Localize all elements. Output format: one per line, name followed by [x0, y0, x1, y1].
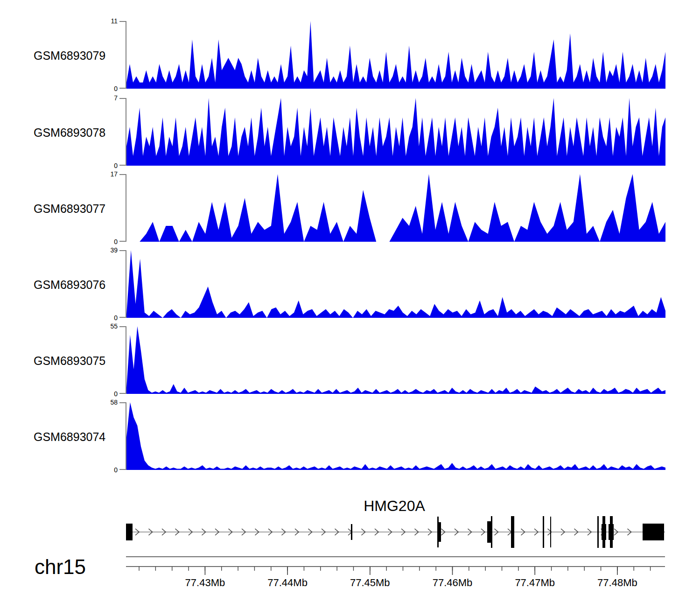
y-axis-zero-label: 0: [100, 85, 118, 92]
coverage-track-gsm6893077: GSM6893077 17 0: [0, 174, 700, 242]
y-axis: 58 0: [0, 402, 127, 470]
y-axis-bottom-tick: [119, 241, 126, 242]
genome-axis-ruler: 77.43Mb77.44Mb77.45Mb77.46Mb77.47Mb77.48…: [0, 553, 700, 600]
coverage-area-plot: [126, 326, 665, 394]
y-axis-zero-label: 0: [100, 238, 118, 245]
ruler-tick-label: 77.46Mb: [433, 577, 473, 588]
y-axis-max-label: 55: [100, 322, 118, 330]
ruler-tick-label: 77.47Mb: [515, 577, 555, 588]
y-axis-top-tick: [119, 21, 126, 22]
coverage-area-plot: [126, 21, 665, 89]
y-axis-top-tick: [119, 174, 126, 175]
y-axis-max-label: 17: [100, 170, 118, 178]
ruler-tick-label: 77.43Mb: [185, 577, 225, 588]
y-axis-bottom-tick: [119, 165, 126, 166]
y-axis: 7 0: [0, 98, 127, 166]
coverage-area-plot: [126, 250, 665, 318]
y-axis: 11 0: [0, 21, 127, 89]
y-axis-top-tick: [119, 250, 126, 251]
coverage-track-gsm6893074: GSM6893074 58 0: [0, 402, 700, 470]
y-axis-bottom-tick: [119, 393, 126, 394]
y-axis: 17 0: [0, 174, 127, 242]
coverage-area-plot: [126, 174, 665, 242]
ruler-tick-label: 77.45Mb: [350, 577, 390, 588]
y-axis: 55 0: [0, 326, 127, 394]
coverage-track-gsm6893079: GSM6893079 11 0: [0, 21, 700, 89]
y-axis: 39 0: [0, 250, 127, 318]
y-axis-bottom-tick: [119, 317, 126, 318]
y-axis-bottom-tick: [119, 88, 126, 89]
y-axis-top-tick: [119, 326, 126, 327]
ruler-tick-label: 77.48Mb: [597, 577, 637, 588]
y-axis-zero-label: 0: [100, 162, 118, 169]
genome-browser-view: GSM6893079 11 0 GSM6893078 7 0 GSM689307…: [0, 0, 700, 616]
y-axis-max-label: 58: [100, 399, 118, 406]
y-axis-top-tick: [119, 402, 126, 403]
y-axis-max-label: 7: [100, 94, 118, 102]
coverage-track-gsm6893075: GSM6893075 55 0: [0, 326, 700, 394]
y-axis-top-tick: [119, 98, 126, 99]
coverage-track-gsm6893078: GSM6893078 7 0: [0, 98, 700, 166]
coverage-area-plot: [126, 402, 665, 470]
y-axis-zero-label: 0: [100, 314, 118, 322]
coverage-area-plot: [126, 98, 665, 166]
y-axis-max-label: 11: [100, 17, 118, 25]
y-axis-max-label: 39: [100, 246, 118, 254]
coverage-track-gsm6893076: GSM6893076 39 0: [0, 250, 700, 318]
y-axis-zero-label: 0: [100, 390, 118, 398]
gene-model-track: [0, 492, 700, 553]
y-axis-zero-label: 0: [100, 466, 118, 474]
ruler-tick-label: 77.44Mb: [267, 577, 308, 588]
y-axis-bottom-tick: [119, 469, 126, 470]
